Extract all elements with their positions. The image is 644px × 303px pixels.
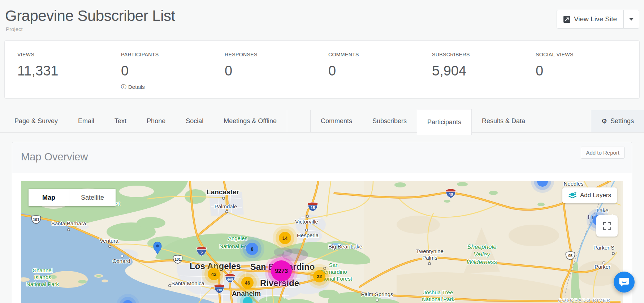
panel-header: Map Overview Add to Report [12, 142, 632, 173]
map-label: Santa Barbara [51, 220, 86, 226]
map-label: Palmdale [215, 203, 237, 209]
svg-text:40: 40 [449, 192, 453, 196]
stat-label: VIEWS [17, 52, 121, 57]
page-subtitle: Project [6, 26, 23, 32]
stat-label: SUBSCRIBERS [432, 52, 536, 57]
stat-subscribers: SUBSCRIBERS 5,904 [432, 52, 536, 98]
tab-text[interactable]: Text [104, 110, 137, 132]
map-type-control: Map Satellite [29, 189, 116, 206]
view-live-site-group: View Live Site [557, 10, 639, 29]
map-type-map-button[interactable]: Map [29, 189, 69, 206]
city-dot [428, 263, 431, 265]
map-label: Victorville [295, 218, 318, 225]
map-canvas[interactable]: 101 101 5 15 40 95 605 710LancasterP [21, 181, 623, 303]
tab-phone[interactable]: Phone [137, 110, 176, 132]
svg-text:14: 14 [282, 235, 288, 241]
svg-text:101: 101 [33, 217, 39, 222]
city-dot [169, 285, 171, 287]
stat-views: VIEWS 11,331 [17, 52, 121, 98]
details-label: Details [128, 84, 145, 90]
tab-subscribers[interactable]: Subscribers [362, 110, 417, 132]
map-label: Ventura [100, 238, 118, 244]
participants-details-link[interactable]: ⓘ Details [121, 83, 225, 90]
city-dot [226, 211, 228, 213]
chat-bubble-button[interactable] [614, 272, 635, 293]
map-type-satellite-button[interactable]: Satellite [69, 189, 116, 206]
tab-email[interactable]: Email [68, 110, 104, 132]
svg-text:46: 46 [245, 280, 250, 286]
tab-group-divider [287, 110, 311, 132]
cluster-marker[interactable]: 8 [240, 237, 264, 261]
stat-responses: RESPONSES 0 [225, 52, 328, 98]
panel-title: Map Overview [21, 151, 88, 173]
map-label: Santa Monica [171, 280, 204, 286]
svg-text:95: 95 [568, 254, 572, 258]
map-label: Parker [595, 264, 610, 270]
stat-participants: PARTICIPANTS 0 ⓘ Details [121, 52, 225, 98]
map-label: Hesperia [297, 232, 319, 238]
tab-results-data[interactable]: Results & Data [472, 110, 535, 132]
tab-page-survey[interactable]: Page & Survey [4, 110, 68, 132]
cluster-marker[interactable]: 22 [307, 264, 332, 289]
stat-label: PARTICIPANTS [121, 52, 225, 57]
tab-social[interactable]: Social [176, 110, 213, 132]
city-dot [376, 299, 378, 301]
add-layers-label: Add Layers [580, 192, 611, 199]
fullscreen-button[interactable] [596, 215, 618, 237]
map-label: Parker S [593, 244, 614, 251]
info-icon: ⓘ [121, 83, 126, 90]
map-label: Oxnard [112, 258, 130, 264]
map-label: Palm Springs [361, 291, 393, 297]
add-layers-button[interactable]: Add Layers [562, 187, 617, 203]
settings-label: Settings [610, 117, 634, 125]
stats-panel: VIEWS 11,331 PARTICIPANTS 0 ⓘ Details RE… [4, 40, 640, 99]
fullscreen-icon [602, 221, 612, 231]
cluster-marker[interactable]: 42 [202, 262, 226, 286]
svg-text:9273: 9273 [275, 268, 288, 274]
city-dot [306, 215, 308, 217]
svg-text:101: 101 [174, 257, 181, 261]
map-label: Big Bear Lake [328, 243, 362, 250]
tab-meetings-offline[interactable]: Meetings & Offline [213, 110, 287, 132]
stat-value: 0 [328, 63, 432, 79]
map-label: Needles [563, 181, 583, 187]
city-dot [612, 252, 614, 255]
svg-text:5: 5 [200, 250, 203, 254]
gear-icon: ⚙ [601, 117, 607, 125]
tab-bar: Page & Survey Email Text Phone Social Me… [0, 110, 644, 133]
view-live-site-button[interactable]: View Live Site [557, 10, 623, 28]
add-to-report-button[interactable]: Add to Report [581, 147, 624, 159]
chat-bubble-icon [619, 277, 630, 287]
map-label: Lancaster [207, 188, 239, 196]
city-dot [306, 229, 308, 231]
stat-label: RESPONSES [225, 52, 328, 57]
chevron-down-icon [629, 18, 634, 21]
view-live-site-label: View Live Site [574, 15, 617, 23]
stat-value: 5,904 [432, 63, 536, 79]
page-header: Grapevine Subscriber List Project View L… [0, 0, 644, 40]
stat-value: 0 [225, 63, 328, 79]
map-label: COLORADO RIVER [558, 298, 611, 303]
cluster-marker[interactable]: 14 [273, 226, 297, 250]
stat-label: SOCIAL VIEWS [536, 52, 639, 57]
layers-icon [568, 191, 577, 199]
cluster-marker[interactable]: 9273 [265, 254, 298, 287]
tab-participants-active[interactable]: Participants [417, 109, 472, 135]
tab-settings[interactable]: ⚙ Settings [591, 110, 644, 132]
view-live-site-dropdown-button[interactable] [623, 10, 639, 28]
city-dot [109, 245, 111, 247]
svg-text:22: 22 [317, 274, 322, 279]
stat-value: 0 [536, 63, 639, 79]
city-dot [68, 229, 70, 231]
city-dot [121, 255, 123, 257]
stat-value: 0 [121, 63, 225, 79]
external-link-icon [563, 16, 570, 23]
page-title: Grapevine Subscriber List [5, 7, 175, 25]
stat-social-views: SOCIAL VIEWS 0 [536, 52, 639, 98]
svg-text:605: 605 [227, 277, 233, 281]
map-overview-panel: Map Overview Add to Report [12, 142, 632, 303]
svg-text:15: 15 [311, 205, 315, 210]
tab-comments[interactable]: Comments [311, 110, 362, 132]
svg-text:710: 710 [216, 288, 222, 292]
city-dot [222, 197, 225, 199]
